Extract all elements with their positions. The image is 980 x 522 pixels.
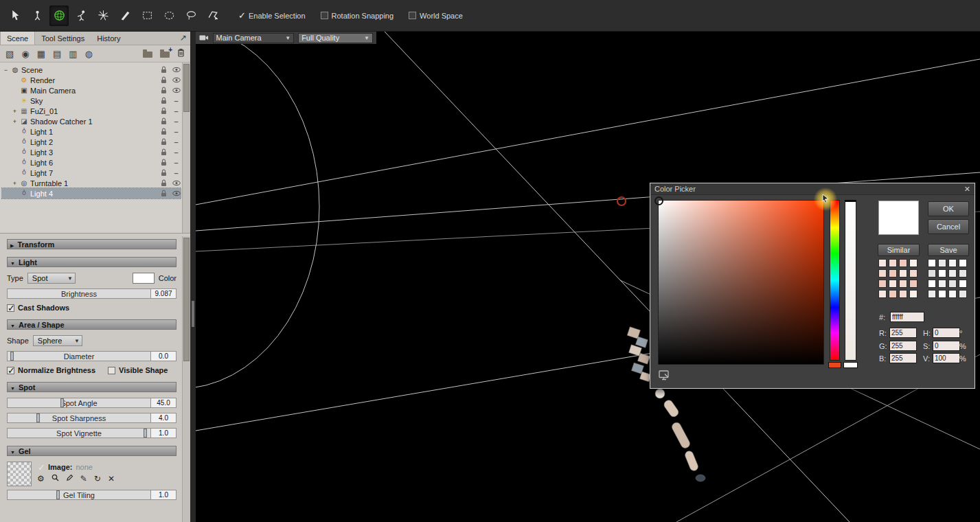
slider-handle[interactable] <box>60 398 64 407</box>
color-swatch[interactable] <box>959 290 967 298</box>
color-swatch[interactable] <box>878 269 887 277</box>
gel-tiling-slider[interactable]: Gel Tiling 1.0 <box>7 490 176 500</box>
lock-icon[interactable] <box>159 97 169 104</box>
value-strip[interactable] <box>845 200 856 361</box>
color-swatch[interactable] <box>928 259 936 267</box>
color-swatch[interactable] <box>899 269 907 277</box>
polygon-lasso-tool[interactable] <box>203 5 223 26</box>
color-swatch[interactable] <box>878 280 887 288</box>
rect-marquee-tool[interactable] <box>137 5 157 26</box>
tree-row[interactable]: ϙ Light 2 – <box>1 137 181 147</box>
gel-image-checkbox[interactable] <box>37 464 45 471</box>
spot-angle-slider[interactable]: Spot Angle 45.0 <box>7 398 176 408</box>
color-swatch[interactable] <box>899 290 907 298</box>
lock-icon[interactable] <box>159 148 169 156</box>
pose-tool[interactable] <box>71 5 91 26</box>
slider-handle[interactable] <box>10 352 14 361</box>
color-swatch[interactable] <box>878 290 887 298</box>
visibility-eye-icon[interactable]: – <box>171 159 181 167</box>
folder-icon[interactable] <box>143 52 152 58</box>
panel-edge-scrollbar[interactable] <box>190 32 196 522</box>
visibility-eye-icon[interactable]: – <box>171 138 181 146</box>
lock-icon[interactable] <box>159 107 169 115</box>
lasso-tool[interactable] <box>181 5 201 26</box>
visibility-eye-icon[interactable]: – <box>171 117 181 126</box>
similar-button[interactable]: Similar <box>878 244 920 256</box>
gel-tiling-value-field[interactable]: 1.0 <box>151 490 176 500</box>
color-swatch[interactable] <box>959 269 967 277</box>
normalize-brightness-checkbox[interactable] <box>7 367 14 374</box>
tree-row[interactable]: + ◎ Turntable 1 <box>1 178 181 188</box>
color-swatch[interactable] <box>938 269 946 277</box>
visibility-eye-icon[interactable] <box>171 77 181 83</box>
viewport-3d[interactable]: Main Camera▼ Full Quality▼ Color Picker … <box>196 32 980 522</box>
properties-scrollbar-thumb[interactable] <box>183 238 190 361</box>
lock-icon[interactable] <box>159 159 169 166</box>
visibility-eye-icon[interactable]: – <box>171 97 181 105</box>
tree-scrollbar[interactable] <box>182 63 190 233</box>
tab-scene[interactable]: Scene <box>0 32 35 45</box>
cast-shadows-row[interactable]: Cast Shadows <box>7 304 176 312</box>
visibility-eye-icon[interactable] <box>171 67 181 73</box>
gear-icon[interactable]: ⚙ <box>37 474 45 484</box>
properties-scrollbar[interactable] <box>182 236 190 522</box>
visibility-eye-icon[interactable] <box>171 180 181 186</box>
visibility-eye-icon[interactable] <box>171 87 181 93</box>
color-swatch[interactable] <box>938 259 946 267</box>
brightness-slider[interactable]: Brightness 9.087 <box>7 288 176 299</box>
sv-selection-marker[interactable] <box>654 196 663 205</box>
tree-row[interactable]: ϙ Light 7 – <box>1 168 181 178</box>
tab-tool-settings[interactable]: Tool Settings <box>35 32 91 45</box>
color-swatch[interactable] <box>928 280 936 288</box>
enable-selection-checkbox[interactable] <box>238 12 245 19</box>
add-folder-icon[interactable] <box>160 52 170 58</box>
delete-icon[interactable] <box>177 48 185 59</box>
color-swatch[interactable] <box>948 280 957 288</box>
shape-dropdown[interactable]: Sphere▼ <box>33 335 82 346</box>
color-swatch[interactable] <box>909 259 918 267</box>
spot-vignette-value-field[interactable]: 1.0 <box>151 428 176 438</box>
diameter-value-field[interactable]: 0.0 <box>151 351 176 361</box>
spot-angle-value-field[interactable]: 45.0 <box>151 398 176 408</box>
section-header-spot[interactable]: Spot <box>7 382 176 392</box>
visibility-eye-icon[interactable]: – <box>171 148 181 157</box>
red-input[interactable] <box>889 328 917 338</box>
tree-row[interactable]: ☀ Sky – <box>1 95 181 106</box>
section-header-light[interactable]: Light <box>7 257 176 267</box>
select-tool[interactable] <box>5 5 25 26</box>
value-strip-marker[interactable] <box>845 200 856 202</box>
list-view-icon[interactable]: ▦ <box>37 49 45 59</box>
section-header-transform[interactable]: Transform <box>7 239 176 249</box>
tree-row[interactable]: ϙ Light 6 – <box>1 157 181 168</box>
value-input[interactable] <box>933 353 960 363</box>
quality-select-dropdown[interactable]: Full Quality▼ <box>298 33 373 43</box>
spot-sharpness-slider[interactable]: Spot Sharpness 4.0 <box>7 413 176 423</box>
spot-vignette-slider[interactable]: Spot Vignette 1.0 <box>7 428 176 438</box>
sphere-select-tool[interactable] <box>49 5 69 26</box>
tree-expander[interactable]: + <box>12 118 18 125</box>
camera-select-dropdown[interactable]: Main Camera▼ <box>213 33 295 43</box>
lock-icon[interactable] <box>159 76 169 84</box>
magnifier-icon[interactable] <box>52 474 59 484</box>
tree-row[interactable]: − ◍ Scene <box>1 65 181 75</box>
brightness-value-field[interactable]: 9.087 <box>151 288 176 299</box>
ik-web-tool[interactable] <box>93 5 113 26</box>
lock-icon[interactable] <box>159 169 169 177</box>
hue-strip[interactable] <box>830 200 840 361</box>
popout-panel-icon[interactable]: ↗ <box>180 33 187 43</box>
color-swatch[interactable] <box>878 259 887 267</box>
cancel-button[interactable]: Cancel <box>928 219 969 234</box>
lock-icon[interactable] <box>159 117 169 125</box>
hue-input[interactable] <box>933 328 960 338</box>
rotation-snapping-checkbox[interactable] <box>321 12 328 19</box>
world-space-checkbox[interactable] <box>409 12 416 19</box>
color-swatch[interactable] <box>928 269 936 277</box>
add-light-icon[interactable]: ◉ <box>21 49 29 59</box>
color-swatch[interactable] <box>948 259 957 267</box>
refresh-icon[interactable]: ↻ <box>94 474 101 484</box>
color-swatch[interactable] <box>889 280 897 288</box>
visibility-eye-icon[interactable]: – <box>171 169 181 177</box>
library-icon[interactable]: ▥ <box>69 49 77 59</box>
blue-input[interactable] <box>889 353 917 363</box>
spot-sharpness-value-field[interactable]: 4.0 <box>151 413 176 423</box>
